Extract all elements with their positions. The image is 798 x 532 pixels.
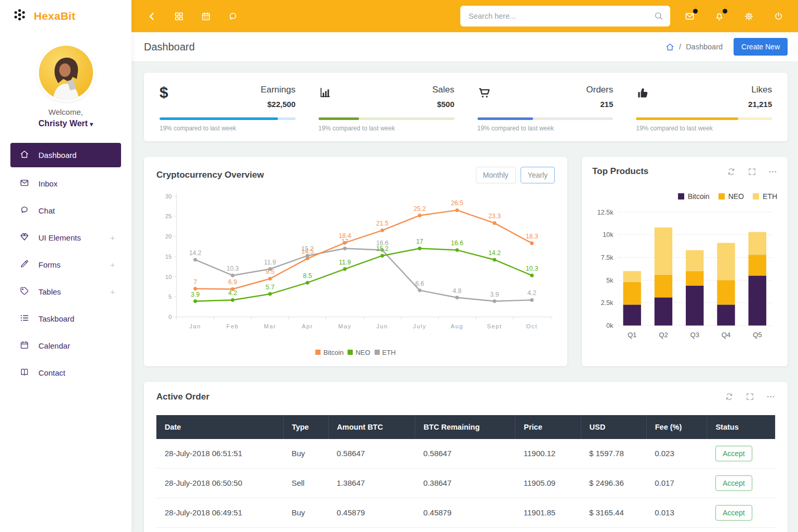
stat-card-orders: Orders 215 19% compared to last week	[466, 85, 625, 132]
table-cell-status: Accept	[707, 439, 775, 469]
chat-bubble-icon[interactable]	[228, 11, 238, 21]
legend-item-eth[interactable]: ETH	[375, 349, 396, 356]
svg-text:Jan: Jan	[189, 323, 201, 329]
crypto-line-chart: 051015202530JanFebMarAprMayJunJulyAugSep…	[156, 183, 555, 344]
svg-text:7.5k: 7.5k	[601, 254, 614, 261]
sidebar-item-label: Taskboard	[38, 314, 74, 323]
ellipsis-icon[interactable]	[766, 392, 775, 401]
sidebar-item-label: Chat	[38, 206, 55, 215]
sidebar-item-chat[interactable]: Chat	[10, 197, 121, 224]
list-icon	[20, 313, 29, 324]
top-products-legend: BitcoinNEOETH	[592, 192, 777, 201]
accept-button[interactable]: Accept	[715, 505, 752, 521]
table-row: 28-July-2018 06:49:51Buy0.458790.4587911…	[156, 498, 775, 527]
column-header: Date	[156, 415, 283, 439]
legend-item-eth[interactable]: ETH	[753, 192, 777, 201]
toggle-monthly-button[interactable]: Monthly	[476, 167, 516, 183]
sidebar-item-ui-elements[interactable]: UI Elements+	[10, 224, 121, 251]
plus-icon: +	[110, 287, 115, 296]
search-input[interactable]	[460, 6, 670, 26]
stat-label: Orders	[586, 85, 613, 95]
column-header: Fee (%)	[646, 415, 707, 439]
calendar-grid-icon[interactable]	[201, 11, 211, 21]
svg-text:Jun: Jun	[376, 323, 388, 329]
hexabit-dots-icon	[12, 7, 28, 25]
sidebar-item-contact[interactable]: Contact	[10, 359, 121, 386]
stat-card-likes: Likes 21,215 19% compared to last week	[624, 85, 783, 132]
table-cell: $ 1597.78	[581, 439, 646, 469]
sidebar-menu: DashboardInboxChatUI Elements+Forms+Tabl…	[0, 143, 131, 386]
sidebar-item-inbox[interactable]: Inbox	[10, 170, 121, 197]
ellipsis-icon[interactable]	[768, 167, 777, 176]
table-cell-status: Accept	[707, 498, 775, 527]
legend-item-neo[interactable]: NEO	[348, 349, 370, 356]
brand[interactable]: HexaBit	[0, 0, 131, 32]
svg-text:15: 15	[165, 254, 171, 260]
create-new-button[interactable]: Create New	[734, 38, 788, 56]
svg-text:2.5k: 2.5k	[601, 299, 614, 307]
bell-icon[interactable]	[714, 11, 724, 21]
breadcrumb: / Dashboard Create New	[666, 38, 788, 56]
svg-text:Q1: Q1	[628, 331, 637, 339]
svg-text:5.7: 5.7	[265, 284, 274, 291]
expand-icon[interactable]	[748, 167, 756, 176]
welcome-text: Welcome,	[0, 108, 131, 116]
svg-text:14.2: 14.2	[488, 249, 501, 257]
refresh-icon[interactable]	[727, 167, 736, 176]
table-cell: Sell	[283, 468, 328, 498]
column-header: BTC Remaining	[415, 415, 515, 439]
stat-caption: 19% compared to last week	[477, 125, 614, 132]
grid-icon[interactable]	[174, 11, 184, 21]
sidebar-item-calendar[interactable]: Calendar	[10, 332, 121, 359]
sidebar-item-dashboard[interactable]: Dashboard	[10, 143, 121, 167]
avatar[interactable]	[39, 46, 93, 100]
table-cell: 28-July-2018 06:51:51	[156, 439, 283, 469]
expand-icon[interactable]	[746, 392, 754, 401]
table-cell: 0.013	[646, 498, 707, 527]
top-products-card: Top Products BitcoinNEOETH 0k2.5k5k7.5k1…	[582, 157, 788, 366]
plus-icon: +	[110, 260, 115, 269]
sidebar-item-label: Inbox	[38, 179, 58, 188]
user-name: Christy Wert	[38, 119, 88, 128]
svg-text:18.3: 18.3	[526, 233, 538, 240]
sidebar-item-label: Forms	[38, 260, 61, 269]
svg-text:Q3: Q3	[690, 331, 699, 339]
back-arrow-icon[interactable]	[147, 11, 157, 21]
refresh-icon[interactable]	[725, 392, 734, 401]
svg-text:Mar: Mar	[264, 323, 276, 329]
stat-label: Sales	[432, 85, 455, 95]
orders-table: DateTypeAmount BTCBTC RemainingPriceUSDF…	[156, 415, 775, 528]
crypto-overview-card: Cryptocurrency Overview MonthlyYearly 05…	[144, 157, 567, 366]
notification-dot	[723, 9, 727, 14]
home-icon[interactable]	[666, 43, 674, 51]
sidebar-item-label: Tables	[38, 287, 61, 296]
sidebar-item-taskboard[interactable]: Taskboard	[10, 305, 121, 332]
chevron-down-icon: ▾	[90, 121, 93, 128]
legend-item-bitcoin[interactable]: Bitcoin	[678, 192, 710, 201]
svg-text:May: May	[338, 323, 352, 329]
svg-text:30: 30	[165, 193, 171, 200]
legend-item-neo[interactable]: NEO	[719, 192, 744, 201]
svg-text:3.9: 3.9	[191, 291, 200, 298]
stat-progress-bar	[159, 117, 296, 120]
mail-icon[interactable]	[685, 11, 695, 21]
toggle-yearly-button[interactable]: Yearly	[521, 167, 555, 183]
table-cell: 11900.12	[515, 439, 581, 469]
svg-text:Sept: Sept	[487, 323, 502, 329]
sidebar-item-forms[interactable]: Forms+	[10, 251, 121, 278]
svg-text:4.2: 4.2	[527, 289, 536, 297]
power-icon[interactable]	[774, 11, 783, 21]
search-icon[interactable]	[654, 11, 663, 23]
stat-caption: 19% compared to last week	[159, 125, 296, 132]
table-cell: 11905.09	[515, 468, 581, 498]
cart-icon	[477, 86, 491, 102]
chat-icon	[20, 205, 29, 216]
gear-icon[interactable]	[744, 11, 754, 21]
legend-item-bitcoin[interactable]: Bitcoin	[315, 349, 343, 356]
main-content: $ Earnings $22,500 19% compared to last …	[131, 62, 798, 532]
sidebar-item-tables[interactable]: Tables+	[10, 278, 121, 305]
user-menu[interactable]: Christy Wert▾	[0, 119, 131, 128]
svg-text:0k: 0k	[606, 322, 614, 329]
accept-button[interactable]: Accept	[715, 446, 752, 461]
accept-button[interactable]: Accept	[715, 475, 752, 491]
